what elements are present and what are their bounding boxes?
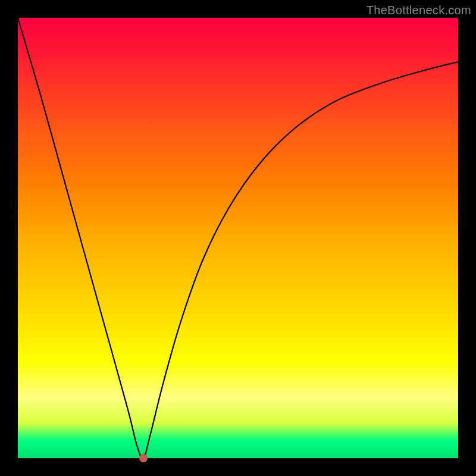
plot-area xyxy=(18,18,458,458)
bottleneck-curve xyxy=(18,18,458,458)
watermark-text: TheBottleneck.com xyxy=(367,4,471,17)
optimal-point-marker xyxy=(139,454,148,462)
chart-frame: TheBottleneck.com xyxy=(0,0,476,476)
